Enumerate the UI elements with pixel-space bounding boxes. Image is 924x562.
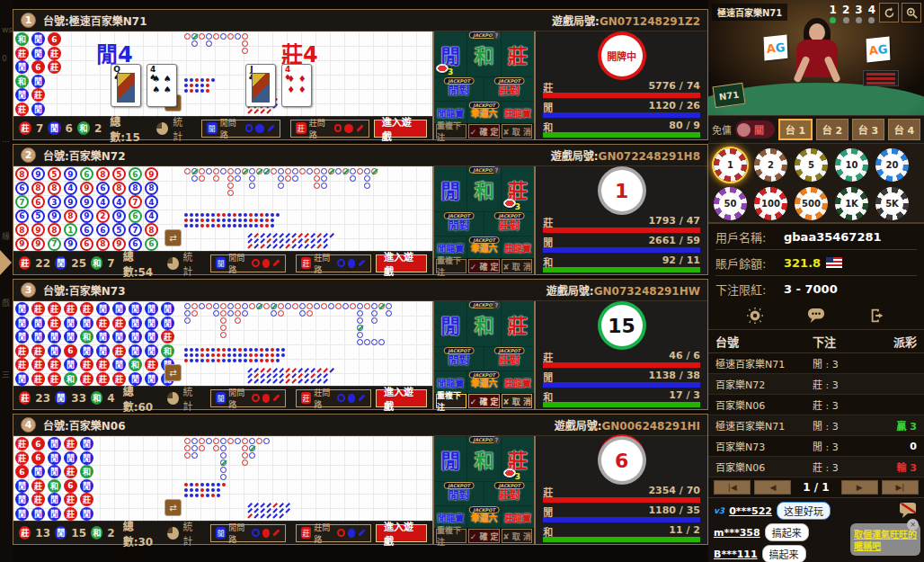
chat-username[interactable]: 0***522 (729, 505, 772, 517)
bet-tie-cell[interactable]: JACKPOT?和 (466, 166, 500, 211)
chat-bubble-icon[interactable] (804, 306, 828, 326)
cancel-button[interactable]: ✘ 取 消 (502, 394, 532, 408)
bet-player-pair-cell[interactable]: JACKPOT閒對 (434, 482, 484, 505)
stats-pie-icon[interactable] (156, 122, 168, 135)
bet-player-dragon-cell[interactable]: 閒龍寶 (434, 371, 466, 393)
chat-username[interactable]: B***111 (714, 549, 758, 560)
stats-pie-icon[interactable] (167, 527, 178, 540)
last-page-button[interactable]: ▶| (882, 480, 919, 495)
chip-50[interactable]: 50 (714, 187, 747, 220)
help-icon[interactable]: ? (493, 436, 501, 444)
next-page-button[interactable]: ▶ (841, 480, 878, 495)
desk-tab-1[interactable]: 台 1 (778, 119, 813, 140)
bet-player-cell[interactable]: 閒 (434, 301, 466, 346)
stats-label[interactable]: 統計 (183, 384, 201, 413)
desk-tab-3[interactable]: 台 3 (852, 119, 884, 140)
repeat-bet-button[interactable]: 重複下注 (436, 124, 466, 138)
stats-label[interactable]: 統計 (173, 114, 191, 143)
bet-player-cell[interactable]: 閒3 (434, 31, 466, 76)
bet-player-pair-cell[interactable]: JACKPOT閒對 (434, 347, 484, 370)
bet-banker-pair-cell[interactable]: JACKPOT莊對 (484, 347, 534, 370)
chip-20[interactable]: 20 (875, 148, 909, 182)
cancel-button[interactable]: ✘ 取 消 (502, 124, 532, 138)
drawer-handle-icon[interactable] (0, 250, 12, 275)
enter-game-button[interactable]: 進入遊戲 (374, 120, 427, 138)
bet-tie-cell[interactable]: JACKPOT?和 (466, 301, 500, 346)
notice-close-icon[interactable]: ✕ (907, 519, 919, 531)
chip-1[interactable]: 1 (714, 148, 747, 182)
bet-lucky-six-cell[interactable]: JACKPOT幸運六 (466, 236, 500, 258)
bet-player-pair-cell[interactable]: JACKPOT閒對 (434, 77, 484, 101)
bet-banker-dragon-cell[interactable]: 莊龍寶 (501, 102, 534, 123)
confirm-button[interactable]: ✓ 確 定 (468, 259, 499, 273)
ask-road-banker-button[interactable]: 莊莊問路 (296, 389, 371, 407)
bet-tie-cell[interactable]: JACKPOT?和 (466, 31, 500, 76)
bet-banker-cell[interactable]: 莊3 (501, 166, 534, 211)
bet-banker-dragon-cell[interactable]: 莊龍寶 (501, 371, 534, 393)
repeat-bet-button[interactable]: 重複下注 (436, 394, 466, 408)
camera-2[interactable]: 2 (842, 4, 849, 23)
cancel-button[interactable]: ✘ 取 消 (502, 259, 532, 273)
enter-game-button[interactable]: 進入遊戲 (376, 254, 427, 272)
bet-player-cell[interactable]: 閒 (434, 166, 466, 211)
camera-1[interactable]: 1 (830, 4, 837, 23)
bet-banker-cell[interactable]: 莊3 (501, 436, 534, 481)
first-page-button[interactable]: |◀ (714, 480, 751, 495)
road-flip-button[interactable]: ⇄ (164, 499, 182, 516)
bet-lucky-six-cell[interactable]: JACKPOT幸運六 (466, 371, 500, 393)
chip-1K[interactable]: 1K (835, 187, 868, 220)
ask-road-banker-button[interactable]: 莊莊問路 (290, 120, 369, 138)
bet-player-cell[interactable]: 閒 (434, 436, 466, 481)
chip-500[interactable]: 500 (795, 187, 828, 220)
stats-label[interactable]: 統計 (183, 519, 201, 548)
cancel-button[interactable]: ✘ 取 消 (502, 529, 532, 543)
bet-lucky-six-cell[interactable]: JACKPOT幸運六 (466, 506, 500, 528)
prev-page-button[interactable]: ◀ (754, 480, 791, 495)
chip-5K[interactable]: 5K (875, 187, 909, 220)
refresh-icon[interactable] (879, 3, 899, 22)
zoom-video-icon[interactable] (902, 3, 921, 22)
help-icon[interactable]: ? (493, 31, 501, 40)
road-flip-button[interactable]: ⇄ (164, 364, 182, 381)
chip-5[interactable]: 5 (795, 148, 828, 182)
bet-player-pair-cell[interactable]: JACKPOT閒對 (434, 212, 484, 236)
enter-game-button[interactable]: 進入遊戲 (376, 524, 427, 542)
camera-3[interactable]: 3 (855, 4, 862, 23)
camera-4[interactable]: 4 (868, 4, 875, 23)
us-flag-icon[interactable] (826, 257, 842, 268)
bet-banker-dragon-cell[interactable]: 莊龍寶 (501, 506, 534, 528)
road-flip-button[interactable]: ⇄ (164, 229, 182, 246)
settings-gear-icon[interactable] (743, 306, 767, 326)
confirm-button[interactable]: ✓ 確 定 (468, 124, 499, 138)
ask-road-player-button[interactable]: 閒閒問路 (210, 254, 286, 272)
repeat-bet-button[interactable]: 重複下注 (436, 259, 466, 273)
chip-2[interactable]: 2 (754, 148, 787, 182)
bet-banker-pair-cell[interactable]: JACKPOT莊對 (484, 77, 534, 101)
desk-tab-2[interactable]: 台 2 (816, 119, 848, 140)
bet-banker-pair-cell[interactable]: JACKPOT莊對 (484, 212, 534, 236)
ask-road-player-button[interactable]: 閒閒問路 (210, 524, 286, 542)
ask-road-player-button[interactable]: 閒閒問路 (210, 389, 286, 407)
confirm-button[interactable]: ✓ 確 定 (468, 394, 499, 408)
desk-tab-4[interactable]: 台 4 (888, 119, 920, 140)
ask-road-player-button[interactable]: 閒閒問路 (201, 120, 280, 138)
stats-label[interactable]: 統計 (183, 249, 201, 278)
repeat-bet-button[interactable]: 重複下注 (436, 529, 466, 543)
enter-game-button[interactable]: 進入遊戲 (376, 389, 427, 407)
confirm-button[interactable]: ✓ 確 定 (468, 529, 499, 543)
chat-username[interactable]: m***358 (714, 527, 760, 539)
bet-banker-pair-cell[interactable]: JACKPOT莊對 (484, 482, 534, 505)
stats-pie-icon[interactable] (167, 392, 178, 405)
chip-10[interactable]: 10 (835, 148, 868, 182)
stats-pie-icon[interactable] (167, 257, 178, 270)
help-icon[interactable]: ? (493, 166, 501, 174)
commission-toggle[interactable]: 關 (735, 120, 775, 138)
bet-banker-cell[interactable]: 莊 (501, 301, 534, 346)
bet-tie-cell[interactable]: JACKPOT?和 (466, 436, 500, 481)
bet-banker-dragon-cell[interactable]: 莊龍寶 (501, 236, 534, 258)
chip-100[interactable]: 100 (754, 187, 787, 220)
bet-banker-cell[interactable]: 莊 (501, 31, 534, 76)
help-icon[interactable]: ? (493, 301, 501, 309)
exit-door-icon[interactable] (866, 306, 889, 326)
bet-lucky-six-cell[interactable]: JACKPOT幸運六 (466, 102, 500, 123)
